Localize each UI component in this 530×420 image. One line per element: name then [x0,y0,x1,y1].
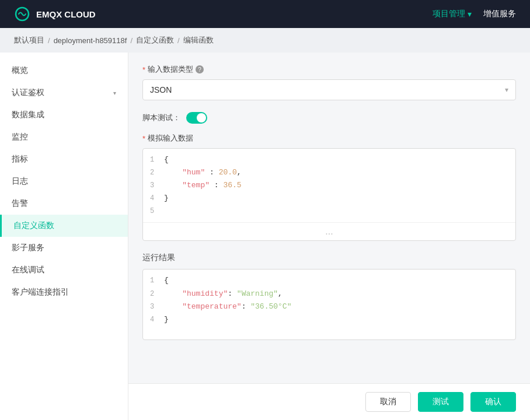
breadcrumb-part-3[interactable]: 自定义函数 [136,35,174,46]
run-result-section: 运行结果 1 { 2 "humidity": "Warning", 3 [142,253,516,340]
mock-input-label: * 模拟输入数据 [142,133,516,144]
sidebar-item-overview[interactable]: 概览 [0,60,128,82]
breadcrumb-part-1[interactable]: 默认项目 [14,35,44,46]
sidebar-item-monitor[interactable]: 监控 [0,126,128,148]
main-content: * 输入数据类型 ? JSON ▾ 脚本测试： * 模拟输入数据 [128,52,530,420]
code-line-4: 4 } [143,192,515,205]
chevron-down-icon: ▾ [505,86,508,94]
script-test-row: 脚本测试： [142,112,516,124]
code-line-1: 1 { [143,153,515,166]
input-type-select[interactable]: JSON ▾ [142,79,516,100]
run-result-editor: 1 { 2 "humidity": "Warning", 3 "temperat… [142,269,516,340]
sidebar-item-metrics[interactable]: 指标 [0,148,128,170]
input-type-section: * 输入数据类型 ? JSON ▾ [142,64,516,100]
code-line-5: 5 [143,205,515,218]
code-line-3: 3 "temp" : 36.5 [143,179,515,192]
sidebar-item-alarms[interactable]: 告警 [0,192,128,215]
sidebar-item-client-guide[interactable]: 客户端连接指引 [0,281,128,303]
mock-input-code: 1 { 2 "hum" : 20.0, 3 "temp" : 36.5 [143,149,515,222]
topnav-right: 项目管理 ▾ 增值服务 [433,9,516,19]
project-mgmt-link[interactable]: 项目管理 ▾ [433,9,472,19]
result-line-1: 1 { [143,274,515,287]
top-nav: EMQX CLOUD 项目管理 ▾ 增值服务 [0,0,530,28]
footer-buttons: 取消 测试 确认 [128,383,530,420]
chevron-down-icon: ▾ [468,9,472,19]
toggle-knob [197,113,206,123]
extra-service-link[interactable]: 增值服务 [483,9,516,19]
sidebar-item-integration[interactable]: 数据集成 [0,104,128,126]
run-result-code: 1 { 2 "humidity": "Warning", 3 "temperat… [143,270,515,340]
result-line-2: 2 "humidity": "Warning", [143,288,515,300]
result-line-3: 3 "temperature": "36.50°C" [143,300,515,313]
code-line-2: 2 "hum" : 20.0, [143,166,515,179]
sidebar-item-logs[interactable]: 日志 [0,170,128,192]
required-marker: * [142,134,145,143]
confirm-button[interactable]: 确认 [470,392,516,412]
sidebar-item-auth[interactable]: 认证鉴权 ▾ [0,82,128,104]
test-button[interactable]: 测试 [418,392,463,412]
script-test-toggle[interactable] [186,112,207,124]
mock-input-editor[interactable]: 1 { 2 "hum" : 20.0, 3 "temp" : 36.5 [142,148,516,241]
sidebar-item-shadow-service[interactable]: 影子服务 [0,237,128,259]
mock-input-section: * 模拟输入数据 1 { 2 "hum" : 20.0, [142,133,516,241]
breadcrumb-part-4: 编辑函数 [183,35,214,46]
breadcrumb-sep-2: / [130,36,132,45]
breadcrumb: 默认项目 / deployment-h859118f / 自定义函数 / 编辑函… [0,28,530,52]
input-type-label: * 输入数据类型 ? [142,64,516,75]
run-result-label: 运行结果 [142,253,516,263]
required-marker: * [142,65,145,74]
breadcrumb-sep-1: / [48,36,50,45]
sidebar-item-custom-functions[interactable]: 自定义函数 [0,215,128,237]
help-icon[interactable]: ? [196,65,204,74]
chevron-down-icon: ▾ [113,90,116,96]
sidebar: 概览 认证鉴权 ▾ 数据集成 监控 指标 日志 告警 自定义函数 影子服务 在线… [0,52,128,420]
breadcrumb-part-2[interactable]: deployment-h859118f [54,36,127,45]
logo: EMQX CLOUD [14,6,96,22]
code-expand-button[interactable]: ... [143,222,515,240]
logo-text: EMQX CLOUD [36,9,96,19]
cancel-button[interactable]: 取消 [365,392,411,412]
breadcrumb-sep-3: / [177,36,180,45]
result-line-4: 4 } [143,313,515,326]
sidebar-item-online-debug[interactable]: 在线调试 [0,259,128,281]
